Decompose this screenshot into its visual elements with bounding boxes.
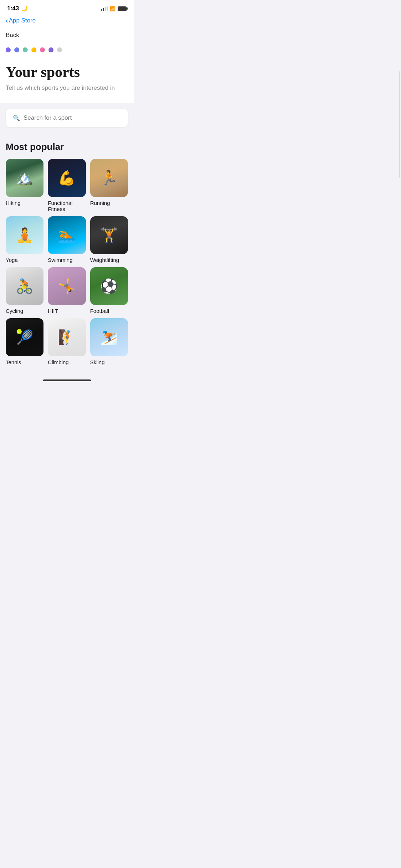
sport-image-skiing <box>90 318 128 356</box>
status-time: 1:43 🌙 <box>7 5 28 12</box>
sport-item-yoga[interactable]: Yoga <box>6 216 43 263</box>
sport-image-tennis <box>6 318 43 356</box>
sport-image-cycling <box>6 267 43 305</box>
page-subtitle: Tell us which sports you are interested … <box>6 84 128 92</box>
moon-icon: 🌙 <box>21 5 28 12</box>
sport-image-climbing <box>48 318 86 356</box>
progress-dot-2 <box>14 47 19 52</box>
search-section: 🔍 <box>0 103 134 133</box>
search-icon: 🔍 <box>13 115 20 122</box>
sport-image-running <box>90 159 128 197</box>
progress-dots <box>0 45 134 61</box>
progress-dot-4 <box>31 47 36 52</box>
sport-label-cycling: Cycling <box>6 308 43 314</box>
header-section: Your sports Tell us which sports you are… <box>0 61 134 103</box>
sport-image-yoga <box>6 216 43 254</box>
chevron-left-icon: ‹ <box>6 16 8 25</box>
progress-dot-3 <box>23 47 28 52</box>
sport-image-swimming <box>48 216 86 254</box>
nav-bar: ‹ App Store <box>0 15 134 29</box>
sport-image-hiit <box>48 267 86 305</box>
battery-icon <box>118 6 127 11</box>
home-indicator <box>0 377 134 387</box>
search-bar[interactable]: 🔍 <box>6 109 128 127</box>
sport-image-weightlifting <box>90 216 128 254</box>
sport-image-functional-fitness <box>48 159 86 197</box>
sport-item-swimming[interactable]: Swimming <box>48 216 86 263</box>
wifi-icon: 📶 <box>110 6 115 11</box>
sport-item-climbing[interactable]: Climbing <box>48 318 86 365</box>
sport-label-functional-fitness: Functional Fitness <box>48 200 86 212</box>
sport-item-running[interactable]: Running <box>90 159 128 212</box>
sport-label-hiit: HIIT <box>48 308 86 314</box>
sport-label-yoga: Yoga <box>6 257 43 263</box>
progress-dot-5 <box>40 47 45 52</box>
content-area: Most popular HikingFunctional FitnessRun… <box>0 133 134 376</box>
sport-label-football: Football <box>90 308 128 314</box>
home-bar <box>43 379 91 381</box>
sport-item-football[interactable]: Football <box>90 267 128 314</box>
sport-label-running: Running <box>90 200 128 206</box>
sport-item-cycling[interactable]: Cycling <box>6 267 43 314</box>
sport-item-hiit[interactable]: HIIT <box>48 267 86 314</box>
sport-image-hiking <box>6 159 43 197</box>
page-title: Your sports <box>6 64 128 80</box>
signal-icon <box>101 6 108 11</box>
app-store-back-button[interactable]: ‹ App Store <box>6 16 36 25</box>
sport-item-hiking[interactable]: Hiking <box>6 159 43 212</box>
most-popular-title: Most popular <box>6 141 128 153</box>
sports-grid: HikingFunctional FitnessRunningYogaSwimm… <box>6 159 128 365</box>
sport-label-weightlifting: Weightlifting <box>90 257 128 263</box>
back-button[interactable]: Back <box>6 32 19 39</box>
sport-label-tennis: Tennis <box>6 359 43 365</box>
sport-label-swimming: Swimming <box>48 257 86 263</box>
sport-label-climbing: Climbing <box>48 359 86 365</box>
status-icons: 📶 <box>101 6 127 11</box>
back-row: Back <box>0 29 134 45</box>
time-display: 1:43 <box>7 5 19 12</box>
sport-item-skiing[interactable]: Skiing <box>90 318 128 365</box>
sport-label-hiking: Hiking <box>6 200 43 206</box>
progress-dot-6 <box>48 47 53 52</box>
sport-image-football <box>90 267 128 305</box>
sport-label-skiing: Skiing <box>90 359 128 365</box>
status-bar: 1:43 🌙 📶 <box>0 0 134 15</box>
app-store-label: App Store <box>9 17 36 24</box>
sport-item-functional-fitness[interactable]: Functional Fitness <box>48 159 86 212</box>
progress-dot-7 <box>57 47 62 52</box>
search-input[interactable] <box>24 114 121 122</box>
progress-dot-1 <box>6 47 11 52</box>
sport-item-tennis[interactable]: Tennis <box>6 318 43 365</box>
sport-item-weightlifting[interactable]: Weightlifting <box>90 216 128 263</box>
